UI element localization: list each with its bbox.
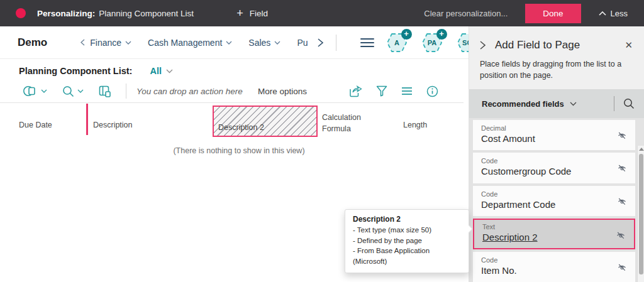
list-view-icon[interactable] [401, 86, 413, 96]
tooltip-line: - Defined by the page [353, 236, 462, 246]
navigation-bar: Demo Finance Cash Management Sales Pu [0, 26, 469, 59]
hidden-eye-slash-icon [616, 230, 626, 240]
field-filter-bar: Recommended fields [469, 89, 644, 118]
column-insert-indicator [86, 104, 88, 135]
collapse-panel-chevron-icon[interactable] [480, 41, 486, 50]
add-badge-icon: + [401, 29, 412, 40]
views-menu-button[interactable] [23, 85, 47, 97]
field-info-tooltip: Description 2 - Text type (max size 50) … [345, 209, 469, 273]
personalization-topbar: Personalizing: Planning Component List +… [0, 0, 644, 26]
panel-description: Place fields by dragging from the list t… [469, 52, 644, 81]
view-selected-label: All [150, 66, 162, 76]
hidden-eye-slash-icon [617, 163, 627, 173]
svg-text:PA: PA [427, 39, 436, 46]
field-list: Decimal Cost Amount Code Customergroup C… [469, 118, 644, 282]
nav-item-finance[interactable]: Finance [80, 38, 131, 48]
nav-item-sales[interactable]: Sales [248, 38, 280, 48]
nav-item-label: Finance [90, 38, 121, 48]
field-name: Item No. [481, 265, 611, 276]
hidden-eye-slash-icon [617, 263, 627, 272]
drop-target-badge-a[interactable]: A + [386, 32, 408, 53]
scroll-up-arrow[interactable] [639, 148, 644, 151]
clear-personalization-link[interactable]: Clear personalization... [424, 9, 508, 18]
nav-item-label: Pu [297, 38, 308, 48]
page-title: Planning Component List: [19, 66, 132, 76]
tooltip-line: - Text type (max size 50) [353, 225, 462, 236]
layout-panes-icon [99, 85, 111, 97]
filter-icon[interactable] [376, 85, 387, 97]
column-header-description-2: Description 2 [218, 123, 264, 132]
share-icon[interactable] [349, 85, 362, 97]
tooltip-title: Description 2 [353, 215, 462, 224]
more-options-button[interactable]: More options [258, 87, 307, 96]
chevron-right-icon [318, 38, 323, 47]
personalizing-page-name: Planning Component List [99, 9, 194, 18]
related-entities-icon [23, 85, 38, 97]
chevron-down-icon [166, 69, 173, 73]
scrollbar-thumb[interactable] [639, 154, 643, 274]
field-card-description-2-selected[interactable]: Text Description 2 [473, 219, 635, 249]
column-header-description[interactable]: Description [93, 121, 133, 129]
menu-icon[interactable] [360, 38, 374, 47]
add-field-panel: Add Field to Page ✕ Place fields by drag… [469, 26, 644, 282]
column-drop-preview[interactable]: Description 2 [213, 106, 318, 137]
grid-header-divider [0, 102, 464, 103]
close-icon[interactable]: ✕ [623, 40, 634, 51]
column-header-due-date[interactable]: Due Date [19, 121, 52, 129]
analysis-mode-button[interactable] [99, 85, 111, 97]
drop-target-badge-pa[interactable]: PA + [421, 32, 443, 53]
hidden-eye-slash-icon [617, 197, 627, 206]
chevron-down-icon [570, 102, 577, 106]
field-search-button[interactable] [623, 98, 635, 109]
nav-item-label: Cash Management [148, 38, 222, 48]
nav-item-label: Sales [248, 38, 270, 48]
view-selector[interactable]: All [150, 66, 173, 76]
action-drop-hint: You can drop an action here [136, 87, 243, 96]
search-icon [623, 98, 635, 109]
panel-title: Add Field to Page [495, 39, 623, 52]
page-content: Planning Component List: All [0, 60, 469, 282]
chevron-up-icon [599, 11, 606, 16]
field-card-item-no[interactable]: Code Item No. [473, 252, 635, 282]
search-button[interactable] [62, 85, 84, 97]
field-name: Cost Amount [481, 133, 611, 144]
field-card-department-code[interactable]: Code Department Code [473, 186, 635, 216]
plus-icon: + [236, 8, 243, 19]
svg-text:A: A [394, 39, 399, 46]
less-toggle[interactable]: Less [599, 9, 628, 18]
chevron-down-icon [226, 41, 232, 45]
field-type: Code [481, 256, 611, 264]
field-card-cost-amount[interactable]: Decimal Cost Amount [473, 120, 635, 150]
tooltip-line: - From Base Application (Microsoft) [353, 246, 462, 266]
field-filter-dropdown[interactable]: Recommended fields [482, 99, 564, 109]
divider [336, 35, 336, 51]
column-header-calculation-formula[interactable]: Calculation Formula [322, 112, 374, 134]
nav-scroll-right-button[interactable] [318, 38, 323, 47]
info-icon[interactable] [426, 85, 438, 97]
field-type: Decimal [481, 124, 611, 132]
chevron-down-icon [274, 41, 280, 45]
field-type: Text [482, 223, 610, 230]
divider [614, 96, 614, 111]
panel-scrollbar[interactable] [637, 146, 644, 282]
done-button[interactable]: Done [525, 4, 580, 23]
field-type: Code [481, 190, 611, 198]
action-bar: You can drop an action here More options [0, 80, 464, 102]
empty-view-message: (There is nothing to show in this view) [113, 146, 365, 155]
hidden-eye-slash-icon [617, 131, 627, 140]
add-field-label: Field [250, 9, 268, 18]
chevron-down-icon [125, 41, 131, 45]
less-label: Less [611, 9, 628, 18]
field-card-customergroup-code[interactable]: Code Customergroup Code [473, 153, 635, 183]
add-badge-icon: + [436, 29, 447, 40]
search-icon [62, 85, 74, 97]
nav-item-purchasing-truncated[interactable]: Pu [297, 38, 308, 48]
chevron-down-icon [41, 89, 47, 93]
field-type: Code [481, 157, 611, 165]
nav-item-cash-management[interactable]: Cash Management [148, 38, 232, 48]
personalizing-label: Personalizing: [37, 9, 95, 18]
add-field-button[interactable]: + Field [236, 8, 268, 19]
field-name: Customergroup Code [481, 166, 611, 176]
column-header-length[interactable]: Length [403, 121, 427, 129]
company-name[interactable]: Demo [18, 36, 47, 49]
